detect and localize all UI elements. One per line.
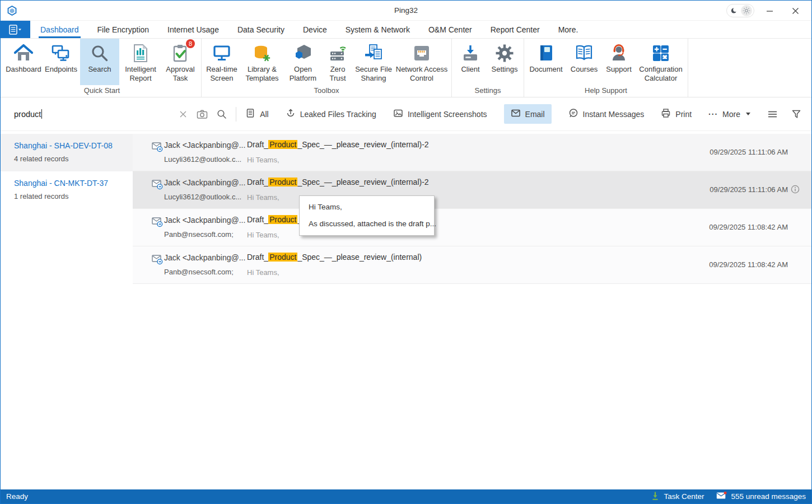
tab-internet-usage[interactable]: Internet Usage [167, 21, 219, 38]
unread-mail-icon [716, 492, 727, 501]
email-row-4[interactable]: Jack <Jackpanbing@... Panb@nsecsoft.com;… [133, 246, 811, 284]
sent-mail-icon [152, 179, 163, 192]
ribbon-item-library-templates[interactable]: Library & Templates [241, 39, 283, 85]
sidebar-item-device-2[interactable]: Shanghai - CN-MKT-DT-37 1 related record… [1, 171, 133, 209]
search-term-highlight: Product [268, 253, 297, 262]
ribbon-tabs: Dashboard File Encryption Internet Usage… [40, 21, 578, 38]
approval-badge: 8 [186, 39, 195, 48]
close-button[interactable] [785, 2, 806, 19]
sent-mail-icon [152, 254, 163, 267]
minimize-button[interactable] [759, 2, 780, 19]
ribbon-item-document[interactable]: Document [526, 39, 566, 85]
email-row-3[interactable]: Jack <Jackpanbing@... Panb@nsecsoft.com;… [133, 209, 811, 246]
tab-device[interactable]: Device [303, 21, 327, 38]
report-document-icon [130, 41, 151, 65]
monitors-icon [51, 41, 71, 65]
ribbon-group-settings: Client Settings Settings [452, 39, 524, 97]
filter-all[interactable]: All [245, 108, 269, 120]
group-label-settings: Settings [454, 85, 522, 97]
ribbon-item-intelligent-report[interactable]: Intelligent Report [120, 39, 161, 85]
tab-dashboard[interactable]: Dashboard [40, 21, 79, 38]
app-window: Ping32 Dashboard File Encryp [0, 0, 812, 504]
ribbon-item-search[interactable]: Search [80, 39, 119, 85]
upload-tracking-icon [286, 108, 296, 120]
ribbon-item-configuration-calculator[interactable]: Configuration Calculator [636, 39, 685, 85]
filter-instant-messages[interactable]: Instant Messages [568, 108, 645, 120]
run-search-icon[interactable] [217, 109, 227, 119]
task-center-button[interactable]: Task Center [651, 491, 704, 502]
info-icon[interactable] [791, 185, 800, 194]
status-bar: Ready Task Center 555 unread messages [1, 489, 811, 503]
server-wifi-icon [328, 41, 348, 65]
ribbon-item-open-platform[interactable]: Open Platform [284, 39, 321, 85]
tab-data-security[interactable]: Data Security [237, 21, 284, 38]
search-input[interactable]: product [14, 109, 179, 119]
preview-tooltip: Hi Teams, As discussed, attached is the … [299, 195, 435, 236]
text-cursor [41, 109, 42, 119]
home-icon [13, 41, 34, 65]
ribbon: Dashboard Endpoints Search [1, 39, 811, 97]
ribbon-item-courses[interactable]: Courses [567, 39, 601, 85]
ribbon-item-zero-trust[interactable]: Zero Trust [323, 39, 353, 85]
window-controls [726, 1, 806, 21]
menu-bar: Dashboard File Encryption Internet Usage… [1, 21, 811, 39]
tab-om-center[interactable]: O&M Center [428, 21, 472, 38]
tab-more[interactable]: More. [558, 21, 578, 38]
ellipsis-icon: ··· [708, 110, 718, 119]
app-menu-icon [9, 25, 22, 35]
unread-messages-button[interactable]: 555 unread messages [716, 492, 806, 501]
result-filters: All Leaked Files Tracking Intelligent Sc… [245, 104, 811, 124]
tab-report-center[interactable]: Report Center [491, 21, 540, 38]
all-results-icon [245, 108, 255, 120]
dark-mode-moon-icon[interactable] [729, 5, 740, 16]
screenshot-image-icon [393, 108, 403, 120]
search-term-highlight: Product [268, 140, 297, 149]
theme-toggle[interactable] [726, 4, 754, 17]
share-files-icon [363, 41, 384, 65]
headset-agent-icon [609, 41, 629, 65]
sidebar-item-device-1[interactable]: Shanghai - SHA-DEV-DT-08 4 related recor… [1, 134, 133, 171]
ribbon-item-dashboard[interactable]: Dashboard [5, 39, 42, 85]
database-icon [252, 41, 272, 65]
ribbon-group-help-support: Document Courses Support [524, 39, 688, 97]
group-label-help-support: Help Support [526, 85, 686, 97]
filter-email[interactable]: Email [504, 104, 552, 124]
list-view-icon[interactable] [767, 109, 778, 119]
content-area: Shanghai - SHA-DEV-DT-08 4 related recor… [1, 132, 811, 489]
filter-print[interactable]: Print [661, 108, 692, 120]
calculator-icon [651, 41, 671, 65]
ribbon-item-endpoints[interactable]: Endpoints [43, 39, 79, 85]
ribbon-item-secure-file-sharing[interactable]: Secure File Sharing [354, 39, 393, 85]
divider [236, 107, 236, 122]
open-book-icon [574, 41, 594, 65]
ribbon-group-quick-start: Dashboard Endpoints Search [3, 39, 202, 97]
email-row-1[interactable]: Jack <Jackpanbing@... Lucyli3612@outlook… [133, 134, 811, 171]
group-label-quick-start: Quick Start [4, 85, 199, 97]
funnel-filter-icon[interactable] [791, 109, 801, 119]
ribbon-item-client[interactable]: Client [454, 39, 487, 85]
filter-leaked-files-tracking[interactable]: Leaked Files Tracking [286, 108, 376, 120]
sent-mail-icon [152, 217, 163, 230]
light-mode-sun-icon[interactable] [741, 5, 752, 16]
ribbon-item-settings[interactable]: Settings [488, 39, 521, 85]
tab-system-network[interactable]: System & Network [346, 21, 410, 38]
app-menu-button[interactable] [1, 21, 30, 38]
ribbon-group-toolbox: Real-time Screen Library & Templates Ope… [202, 39, 452, 97]
ribbon-item-realtime-screen[interactable]: Real-time Screen [204, 39, 240, 85]
printer-icon [661, 108, 671, 120]
results-sidebar: Shanghai - SHA-DEV-DT-08 4 related recor… [1, 132, 133, 489]
camera-icon[interactable] [197, 109, 208, 119]
ribbon-item-network-access-control[interactable]: Network Access Control [394, 39, 449, 85]
chat-bubble-icon [568, 108, 578, 120]
ribbon-item-approval-task[interactable]: 8 Approval Task [162, 39, 199, 85]
ribbon-item-support[interactable]: Support [603, 39, 635, 85]
filter-more[interactable]: ··· More [708, 110, 750, 119]
clear-search-icon[interactable] [179, 110, 188, 119]
filter-intelligent-screenshots[interactable]: Intelligent Screenshots [393, 108, 487, 120]
tab-file-encryption[interactable]: File Encryption [97, 21, 150, 38]
email-row-2[interactable]: Jack <Jackpanbing@... Lucyli3612@outlook… [133, 171, 811, 209]
group-label-toolbox: Toolbox [203, 85, 450, 97]
title-bar: Ping32 [1, 1, 811, 21]
search-term-highlight: Product [268, 178, 297, 186]
gear-icon [494, 41, 515, 65]
